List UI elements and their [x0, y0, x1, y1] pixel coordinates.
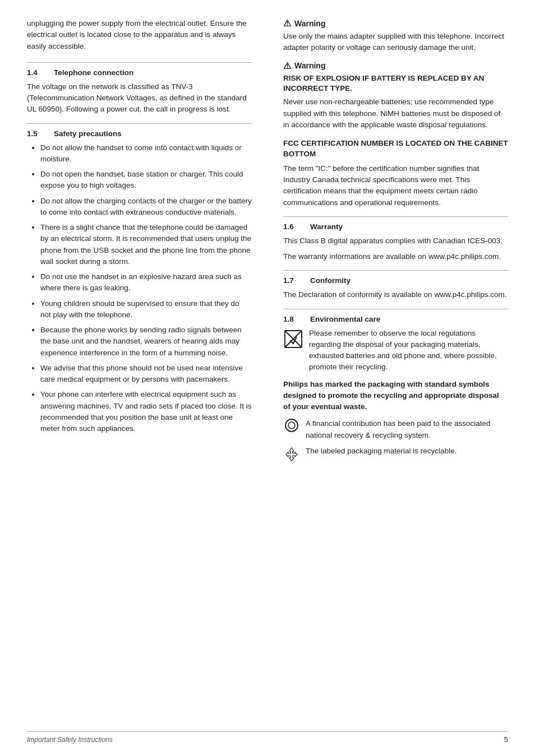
- left-column: unplugging the power supply from the ele…: [27, 18, 261, 722]
- bullet-2: Do not open the handset, base station or…: [40, 169, 252, 192]
- section-17-body: The Declaration of conformity is availab…: [283, 289, 508, 300]
- section-18-num: 1.8: [283, 315, 301, 323]
- warning-1-label: Warning: [294, 19, 325, 28]
- bullet-4: There is a slight chance that the teleph…: [40, 222, 252, 267]
- warning-2-title: ⚠ Warning: [283, 61, 508, 71]
- section-14-title: 1.4 Telephone connection: [27, 68, 252, 77]
- env-care-block: Please remember to observe the local reg…: [283, 328, 508, 373]
- warning-2-explosion: RISK OF EXPLOSION IF BATTERY IS REPLACED…: [283, 73, 508, 95]
- section-16-num: 1.6: [283, 222, 301, 231]
- fcc-heading: FCC CERTIFICATION NUMBER IS LOCATED ON T…: [283, 138, 508, 160]
- section-15-heading: Safety precautions: [54, 129, 122, 138]
- recycle-text-1: A financial contribution has been paid t…: [306, 418, 508, 441]
- warning-icon-2: ⚠: [283, 61, 291, 71]
- footer: Important Safety Instructions 5: [27, 731, 508, 744]
- page: unplugging the power supply from the ele…: [0, 0, 535, 756]
- fcc-block: FCC CERTIFICATION NUMBER IS LOCATED ON T…: [283, 138, 508, 208]
- bullet-1: Do not allow the handset to come into co…: [40, 142, 252, 165]
- intro-paragraph: unplugging the power supply from the ele…: [27, 18, 252, 52]
- svg-point-3: [285, 419, 298, 432]
- divider-16: [283, 216, 508, 217]
- section-15-title: 1.5 Safety precautions: [27, 129, 252, 138]
- bullet-6: Young children should be supervised to e…: [40, 298, 252, 321]
- section-14-body: The voltage on the network is classified…: [27, 81, 252, 115]
- bullet-3: Do not allow the charging contacts of th…: [40, 196, 252, 219]
- section-16-heading: Warranty: [310, 222, 343, 231]
- recycle-text-2: The labeled packaging material is recycl…: [306, 446, 456, 457]
- section-17-num: 1.7: [283, 276, 301, 285]
- bullet-7: Because the phone works by sending radio…: [40, 324, 252, 359]
- philips-bold-text: Philips has marked the packaging with st…: [283, 379, 508, 413]
- safety-bullets: Do not allow the handset to come into co…: [27, 142, 252, 435]
- recycle-item-2: The labeled packaging material is recycl…: [283, 446, 508, 466]
- section-15-num: 1.5: [27, 129, 45, 138]
- recycle-item-1: A financial contribution has been paid t…: [283, 418, 508, 441]
- recycling-crossed-box-icon: [283, 329, 303, 353]
- section-14-heading: Telephone connection: [54, 68, 133, 77]
- divider-14: [27, 62, 252, 63]
- bullet-5: Do not use the handset in an explosive h…: [40, 271, 252, 294]
- section-16-title: 1.6 Warranty: [283, 222, 508, 231]
- bullet-8: We advise that this phone should not be …: [40, 363, 252, 386]
- fcc-body: The term "IC:" before the certification …: [283, 163, 508, 208]
- section-18-heading: Environmental care: [310, 315, 380, 323]
- section-14-num: 1.4: [27, 68, 45, 77]
- warning-1-title: ⚠ Warning: [283, 18, 508, 29]
- footer-page-number: 5: [504, 735, 508, 744]
- financial-contribution-icon: [283, 418, 300, 438]
- divider-18: [283, 309, 508, 309]
- warning-block-1: ⚠ Warning Use only the mains adapter sup…: [283, 18, 508, 54]
- warning-icon-1: ⚠: [283, 18, 291, 29]
- footer-left-label: Important Safety Instructions: [27, 736, 113, 744]
- warning-2-body: Never use non-rechargeable batteries; us…: [283, 96, 508, 131]
- section-17-title: 1.7 Conformity: [283, 276, 508, 285]
- env-care-text: Please remember to observe the local reg…: [309, 328, 508, 373]
- bullet-9: Your phone can interfere with electrical…: [40, 389, 252, 434]
- divider-15: [27, 123, 252, 124]
- section-17-heading: Conformity: [310, 276, 350, 285]
- warning-2-label: Warning: [294, 61, 325, 70]
- svg-point-4: [288, 422, 295, 429]
- warning-block-2: ⚠ Warning RISK OF EXPLOSION IF BATTERY I…: [283, 61, 508, 131]
- divider-17: [283, 270, 508, 271]
- warning-1-body: Use only the mains adapter supplied with…: [283, 31, 508, 54]
- right-column: ⚠ Warning Use only the mains adapter sup…: [279, 18, 508, 722]
- section-16-body2: The warranty informations are available …: [283, 251, 508, 262]
- recyclable-packaging-icon: [283, 446, 300, 466]
- section-16-body1: This Class B digital apparatus complies …: [283, 235, 508, 247]
- section-18-title: 1.8 Environmental care: [283, 315, 508, 323]
